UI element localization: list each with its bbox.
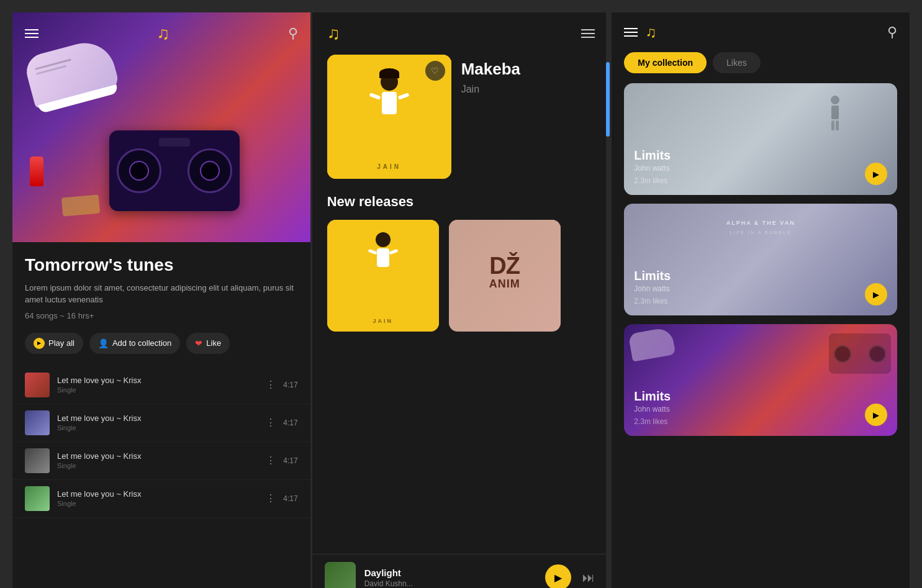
p1-logo-icon: ♫ bbox=[156, 24, 169, 43]
card-2-title: Limits bbox=[634, 269, 866, 283]
track-item-2[interactable]: Let me love you ~ Krisx Single ⋮ 4:17 bbox=[12, 404, 310, 442]
can-decoration bbox=[30, 156, 43, 186]
p2-now-playing-bar: Daylight David Kushn... ▶ ⏭ bbox=[312, 554, 610, 588]
p2-new-releases-section: New releases JAIN bbox=[312, 179, 610, 332]
card-2-artist: John watts bbox=[634, 284, 866, 293]
scrollbar-track[interactable] bbox=[606, 12, 610, 588]
track-more-button-2[interactable]: ⋮ bbox=[266, 417, 276, 428]
track-thumbnail-1 bbox=[25, 373, 50, 397]
p3-search-icon[interactable]: ⚲ bbox=[887, 24, 897, 40]
p1-action-buttons: ▶ Play all 👤 Add to collection ❤ Like bbox=[25, 333, 298, 354]
playlist-meta: 64 songs ~ 16 hrs+ bbox=[25, 311, 298, 320]
track-item-1[interactable]: Let me love you ~ Krisx Single ⋮ 4:17 bbox=[12, 366, 310, 404]
card-alpha-sub: LIFE IN A BUBBLE bbox=[624, 230, 897, 235]
track-name-1: Let me love you ~ Krisx bbox=[57, 376, 258, 385]
card-2-likes: 2.3m likes bbox=[634, 297, 866, 305]
track-name-4: Let me love you ~ Krisx bbox=[57, 489, 258, 499]
panel-now-playing: ♫ bbox=[312, 12, 612, 588]
p2-hamburger-icon[interactable] bbox=[581, 29, 595, 38]
track-duration-4: 4:17 bbox=[283, 494, 297, 503]
card-3-play-button[interactable]: ▶ bbox=[865, 404, 887, 426]
playlist-title: Tomorrow's tunes bbox=[25, 255, 298, 276]
card3-sneaker-decoration bbox=[628, 327, 676, 361]
p2-album-card: JAIN ♡ bbox=[327, 55, 451, 179]
p2-new-releases-title: New releases bbox=[327, 194, 595, 210]
card-3-info: Limits John watts 2.3m likes bbox=[634, 389, 866, 426]
track-type-3: Single bbox=[57, 462, 258, 469]
p2-song-title: Makeba bbox=[461, 60, 520, 79]
playlist-description: Lorem ipsum dolor sit amet, consectetur … bbox=[25, 282, 298, 306]
panel-collection: ♫ ⚲ My collection Likes bbox=[612, 12, 910, 588]
p2-np-artist: David Kushn... bbox=[364, 579, 537, 588]
like-button[interactable]: ❤ Like bbox=[186, 333, 230, 354]
tab-likes[interactable]: Likes bbox=[713, 52, 761, 73]
track-info-2: Let me love you ~ Krisx Single bbox=[57, 414, 258, 432]
card-2-play-button[interactable]: ▶ bbox=[865, 283, 887, 305]
p3-hamburger-icon[interactable] bbox=[624, 28, 638, 37]
table-item-decoration bbox=[61, 194, 100, 216]
p1-content: Tomorrow's tunes Lorem ipsum dolor sit a… bbox=[12, 242, 310, 354]
card-3-title: Limits bbox=[634, 389, 866, 404]
card-1-play-button[interactable]: ▶ bbox=[865, 163, 887, 185]
p2-np-thumbnail bbox=[325, 562, 356, 588]
collection-card-3[interactable]: Limits John watts 2.3m likes ▶ bbox=[624, 324, 897, 436]
card-1-artist: John watts bbox=[634, 164, 866, 173]
card-1-info: Limits John watts 2.3m likes bbox=[634, 148, 866, 185]
track-type-2: Single bbox=[57, 424, 258, 432]
p2-next-button[interactable]: ⏭ bbox=[580, 571, 597, 585]
track-info-3: Let me love you ~ Krisx Single bbox=[57, 451, 258, 469]
card-2-info: Limits John watts 2.3m likes bbox=[634, 269, 866, 305]
card3-boombox-decoration bbox=[829, 333, 891, 374]
tab-my-collection[interactable]: My collection bbox=[624, 52, 707, 73]
scrollbar-thumb bbox=[606, 62, 610, 137]
p2-artist-name: Jain bbox=[461, 84, 520, 95]
track-more-button-4[interactable]: ⋮ bbox=[266, 492, 276, 504]
track-name-2: Let me love you ~ Krisx bbox=[57, 414, 258, 423]
screens-wrapper: ♫ ⚲ bbox=[12, 12, 910, 588]
p3-collection-list: Limits John watts 2.3m likes ▶ ALPHA & T… bbox=[612, 83, 910, 588]
p2-release-card-2[interactable]: DŽ ANIM bbox=[449, 220, 561, 332]
track-type-1: Single bbox=[57, 386, 258, 394]
p2-album-section: JAIN ♡ Makeba Jain bbox=[312, 55, 610, 179]
p2-album-info: Makeba Jain bbox=[461, 55, 520, 95]
p2-logo-icon: ♫ bbox=[327, 24, 340, 43]
hamburger-menu-icon[interactable] bbox=[25, 29, 38, 38]
p1-search-icon[interactable]: ⚲ bbox=[288, 25, 298, 42]
p2-np-info: Daylight David Kushn... bbox=[364, 568, 537, 588]
play-dot-icon: ▶ bbox=[34, 338, 45, 349]
heart-icon: ❤ bbox=[195, 338, 202, 348]
album-jain-label: JAIN bbox=[327, 163, 451, 170]
track-more-button-1[interactable]: ⋮ bbox=[266, 379, 276, 391]
track-item-4[interactable]: Let me love you ~ Krisx Single ⋮ 4:17 bbox=[12, 480, 310, 518]
p2-heart-button[interactable]: ♡ bbox=[425, 61, 445, 81]
p3-header-left: ♫ bbox=[624, 24, 656, 41]
track-type-4: Single bbox=[57, 500, 258, 507]
add-to-collection-button[interactable]: 👤 Add to collection bbox=[89, 333, 180, 354]
collection-card-1[interactable]: Limits John watts 2.3m likes ▶ bbox=[624, 83, 897, 195]
track-info-1: Let me love you ~ Krisx Single bbox=[57, 376, 258, 394]
p3-logo-icon: ♫ bbox=[645, 24, 656, 41]
p2-header: ♫ bbox=[312, 12, 610, 55]
track-more-button-3[interactable]: ⋮ bbox=[266, 455, 276, 466]
p3-tabs: My collection Likes bbox=[612, 52, 910, 83]
track-info-4: Let me love you ~ Krisx Single bbox=[57, 489, 258, 507]
p2-release-card-1[interactable]: JAIN bbox=[327, 220, 439, 332]
track-list: Let me love you ~ Krisx Single ⋮ 4:17 Le… bbox=[12, 366, 310, 518]
card-3-artist: John watts bbox=[634, 405, 866, 414]
track-thumbnail-2 bbox=[25, 410, 50, 435]
card-alpha-text: ALPHA & THE VAN bbox=[624, 220, 897, 226]
play-all-button[interactable]: ▶ Play all bbox=[25, 333, 83, 354]
p1-header: ♫ ⚲ bbox=[12, 12, 310, 55]
track-duration-1: 4:17 bbox=[283, 381, 297, 389]
p2-np-title: Daylight bbox=[364, 568, 537, 578]
figure-silhouette bbox=[829, 96, 841, 127]
card-1-title: Limits bbox=[634, 148, 866, 163]
p2-releases-grid: JAIN DŽ ANIM bbox=[327, 220, 595, 332]
collection-card-2[interactable]: ALPHA & THE VAN LIFE IN A BUBBLE Limits … bbox=[624, 204, 897, 315]
collection-icon: 👤 bbox=[98, 338, 109, 348]
p2-play-button[interactable]: ▶ bbox=[545, 564, 571, 588]
card-1-likes: 2.3m likes bbox=[634, 176, 866, 185]
track-item-3[interactable]: Let me love you ~ Krisx Single ⋮ 4:17 bbox=[12, 442, 310, 480]
p3-header: ♫ ⚲ bbox=[612, 12, 910, 52]
card-3-likes: 2.3m likes bbox=[634, 417, 866, 426]
